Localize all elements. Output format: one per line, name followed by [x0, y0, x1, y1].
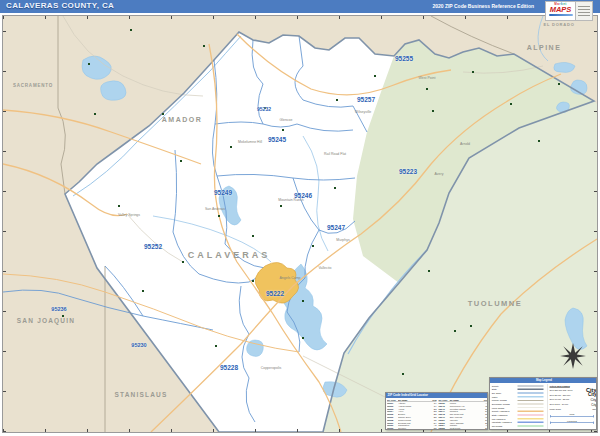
- legend-city-sample: City: [592, 407, 596, 410]
- scale-bar-miles: Miles: [549, 413, 596, 418]
- legend-item-toll-roads: Toll Roads: [492, 424, 547, 428]
- zip-index-zip: 95255: [439, 427, 450, 430]
- legend-item-label: Water: [492, 395, 518, 398]
- legend-item-sample: [518, 403, 544, 404]
- zip-index-column-1: ZIP CodeZIP NameGrid95221AltavilleC49522…: [387, 399, 437, 431]
- legend-city-range: Over 250,000 and Above: [549, 388, 572, 391]
- zip-index-table-title: ZIP Code Index/Grid Locator: [386, 393, 487, 398]
- zip-index-name: West Point: [450, 427, 483, 430]
- legend-item-sample: [518, 399, 544, 400]
- zip-index-column-2: ZIP CodeZIP NameGrid95236LindenA495245Mo…: [439, 399, 489, 431]
- logo-side-box: [576, 1, 593, 21]
- legend-city-range: Over 25,000 - 250,000: [549, 393, 570, 396]
- legend-city-class: Under 2,500City: [549, 406, 596, 411]
- edition-subtitle: 2020 ZIP Code Business Reference Edition: [432, 3, 534, 9]
- legend-item-label: Secondary Roads: [492, 402, 518, 405]
- legend-item-sample: [518, 410, 544, 411]
- legend-item-sample: [518, 418, 544, 419]
- legend-city-class: Over 25,000 - 250,000City: [549, 392, 596, 397]
- legend-title: Map Legend: [490, 378, 596, 382]
- zip-index-zip: 95232: [387, 427, 398, 430]
- publisher-logo: Market MAPS: [545, 1, 595, 21]
- zip-index-grid: D2: [431, 427, 437, 430]
- legend-item-label: Railroads: [492, 428, 518, 430]
- legend-item-local-roads: Local Roads: [492, 405, 547, 409]
- legend-item-secondary-roads: Secondary Roads: [492, 402, 547, 406]
- legend-item-label: County: [492, 384, 518, 387]
- legend-item-us-highways: US Highways: [492, 416, 547, 420]
- legend-city-range: Under 2,500: [549, 407, 561, 410]
- legend-item-county-highways: County Highways: [492, 409, 547, 413]
- legend-item-label: US Highways: [492, 417, 518, 420]
- legend-item-sample: [518, 421, 544, 423]
- legend-city-class: Over 10,000 - 25,000City: [549, 397, 596, 402]
- map-canvas: [3, 16, 597, 432]
- legend-item-label: ZIP Code: [492, 391, 518, 394]
- logo-brand-box: Market MAPS: [545, 1, 576, 21]
- zip-index-grid: E1: [482, 427, 488, 430]
- zip-index-row: 95255West PointE1: [439, 427, 489, 430]
- legend-item-label: County Highways: [492, 410, 518, 413]
- legend-city-range: Over 2,500 - 10,000: [549, 403, 568, 406]
- legend-item-state-highways: State Highways: [492, 413, 547, 417]
- scale-bar-line: [550, 415, 593, 416]
- compass-rose-icon: [559, 342, 587, 370]
- legend-city-sample: City: [591, 402, 596, 405]
- legend-item-label: State: [492, 388, 518, 391]
- zip-index-table: ZIP Code Index/Grid Locator ZIP CodeZIP …: [385, 392, 488, 430]
- legend-item-label: Toll Roads: [492, 424, 518, 427]
- legend-item-sample: [518, 407, 544, 408]
- legend-item-sample: [518, 385, 544, 386]
- legend-item-sample: [518, 396, 544, 398]
- scale-bar-kilometers: Kilometers: [549, 419, 596, 424]
- legend-item-railroads: Railroads: [492, 427, 547, 430]
- legend-item-label: State Highways: [492, 413, 518, 416]
- title-bar: CALAVERAS COUNTY, CA 2020 ZIP Code Busin…: [0, 0, 600, 13]
- legend-body: CountyStateZIP CodeWaterPrimary RoadsSec…: [490, 383, 597, 431]
- legend-city-sample: City: [588, 392, 597, 397]
- legend-item-sample: [518, 388, 544, 390]
- map-poster-page: CALAVERAS COUNTY, CA 2020 ZIP Code Busin…: [0, 0, 600, 436]
- legend-city-rows: Over 250,000 and AboveCityOver 25,000 - …: [549, 387, 596, 411]
- legend-scale-bars: MilesKilometers: [549, 413, 596, 424]
- legend-item-interstate-highways: Interstate Highways: [492, 420, 547, 424]
- legend-item-primary-roads: Primary Roads: [492, 398, 547, 402]
- scale-bar-label: Miles: [549, 412, 594, 415]
- legend-item-label: Primary Roads: [492, 399, 518, 402]
- legend-item-sample: [518, 425, 544, 426]
- legend-item-sample: [518, 429, 544, 430]
- legend-item-sample: [518, 392, 544, 393]
- zip-index-table-body: ZIP CodeZIP NameGrid95221AltavilleC49522…: [386, 398, 488, 430]
- legend-item-county: County: [492, 384, 547, 388]
- legend-city-class: Over 2,500 - 10,000City: [549, 401, 596, 406]
- legend-cities: Cities and Towns Over 250,000 and AboveC…: [547, 384, 597, 430]
- legend-item-label: Local Roads: [492, 406, 518, 409]
- legend-line-items: CountyStateZIP CodeWaterPrimary RoadsSec…: [492, 384, 547, 430]
- legend-item-zip-code: ZIP Code: [492, 391, 547, 395]
- legend-item-water: Water: [492, 394, 547, 398]
- legend-city-range: Over 10,000 - 25,000: [549, 398, 569, 401]
- page-title: CALAVERAS COUNTY, CA: [6, 1, 114, 10]
- map-frame: West PointWilseyvilleGlencoeMokelumne Hi…: [2, 15, 598, 433]
- zip-index-name: Glencoe: [398, 427, 431, 430]
- scale-bar-label: Kilometers: [549, 419, 594, 422]
- legend-item-sample: [518, 414, 544, 415]
- legend-city-sample: City: [590, 397, 596, 401]
- zip-index-row: 95232GlencoeD2: [387, 427, 437, 430]
- legend-header: Map Legend: [490, 378, 596, 383]
- legend-item-label: Interstate Highways: [492, 421, 518, 424]
- logo-wave-icon: [549, 14, 573, 16]
- legend-item-state: State: [492, 387, 547, 391]
- map-legend: Map Legend CountyStateZIP CodeWaterPrima…: [489, 377, 597, 430]
- logo-brand-text: MAPS: [546, 6, 575, 13]
- scale-bar-line: [550, 422, 593, 423]
